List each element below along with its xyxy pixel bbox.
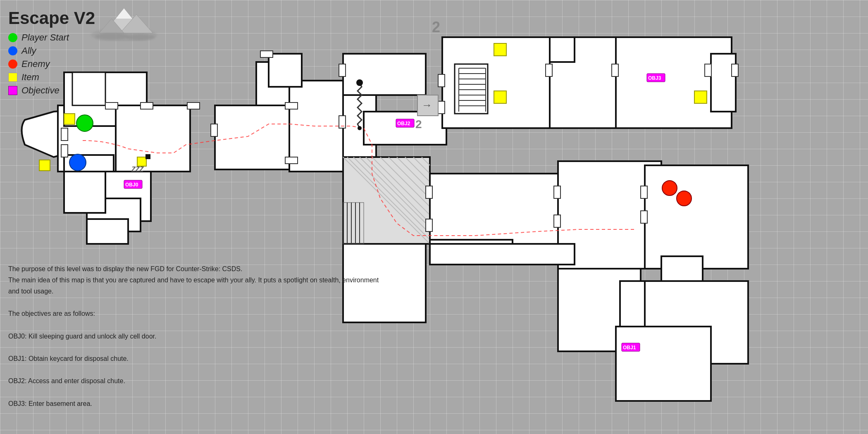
svg-rect-66 — [260, 51, 273, 57]
svg-rect-10 — [116, 105, 190, 172]
svg-rect-75 — [426, 186, 432, 198]
desc-line5 — [8, 320, 380, 331]
item-entity-6 — [137, 157, 146, 166]
svg-point-83 — [356, 79, 363, 86]
item-entity-4 — [494, 91, 506, 103]
svg-rect-57 — [616, 327, 711, 401]
number-label-top: 2 — [432, 19, 440, 36]
svg-rect-9 — [72, 72, 105, 105]
svg-rect-72 — [612, 64, 618, 76]
svg-rect-76 — [426, 219, 432, 231]
svg-rect-67 — [339, 64, 346, 76]
desc-line10: OBJ2: Access and enter disposal chute. — [8, 375, 380, 386]
player-start-entity — [76, 115, 93, 131]
svg-rect-53 — [430, 244, 575, 265]
obj3-label: OBJ3 — [648, 75, 661, 81]
svg-rect-74 — [732, 64, 738, 76]
svg-rect-15 — [64, 172, 105, 213]
svg-rect-63 — [211, 124, 217, 136]
svg-rect-70 — [438, 101, 445, 114]
item-entity-2 — [39, 160, 50, 171]
obj2-label: OBJ2 — [397, 121, 410, 126]
svg-rect-58 — [61, 128, 68, 141]
desc-line3 — [8, 297, 380, 308]
svg-rect-26 — [711, 54, 736, 112]
enemy-entity-1 — [662, 181, 677, 196]
svg-rect-69 — [438, 74, 445, 87]
obj0-label: OBJ0 — [125, 182, 138, 188]
desc-line9 — [8, 364, 380, 375]
svg-text:→: → — [422, 99, 432, 111]
entity-black-square — [145, 154, 150, 159]
svg-rect-59 — [61, 145, 68, 157]
ally-entity — [69, 154, 86, 171]
desc-line4: The objectives are as follows: — [8, 308, 380, 319]
desc-line6: OBJ0: Kill sleeping guard and unlock all… — [8, 331, 380, 342]
svg-rect-50 — [645, 165, 748, 269]
svg-rect-19 — [269, 54, 302, 87]
desc-line12: OBJ3: Enter basement area. — [8, 398, 380, 409]
svg-rect-21 — [343, 54, 426, 95]
obj1-label: OBJ1 — [623, 345, 636, 351]
desc-line7 — [8, 342, 380, 353]
svg-rect-64 — [285, 103, 298, 109]
desc-line11 — [8, 387, 380, 398]
number-label-mid: 2 — [415, 118, 422, 131]
svg-rect-65 — [285, 157, 298, 164]
svg-point-84 — [358, 126, 362, 130]
svg-rect-22 — [364, 112, 446, 145]
desc-line8: OBJ1: Obtain keycard for disposal chute. — [8, 353, 380, 364]
svg-rect-14 — [87, 219, 128, 244]
svg-rect-60 — [105, 103, 118, 109]
svg-rect-80 — [641, 211, 647, 223]
svg-rect-77 — [554, 186, 560, 198]
enemy-entity-2 — [677, 191, 692, 206]
svg-rect-78 — [554, 215, 560, 227]
svg-rect-71 — [546, 64, 552, 76]
svg-rect-79 — [641, 186, 647, 198]
description: The purpose of this level was to display… — [8, 263, 380, 409]
item-entity-1 — [64, 114, 75, 124]
desc-line2: The main idea of this map is that you ar… — [8, 274, 380, 297]
svg-rect-62 — [187, 103, 200, 109]
item-entity-3 — [494, 43, 506, 56]
svg-rect-61 — [141, 103, 153, 109]
svg-rect-27 — [550, 37, 575, 62]
item-entity-5 — [694, 91, 707, 103]
svg-rect-73 — [705, 64, 711, 76]
desc-line1: The purpose of this level was to display… — [8, 263, 380, 274]
zzz-label: ZZZ — [131, 166, 144, 173]
